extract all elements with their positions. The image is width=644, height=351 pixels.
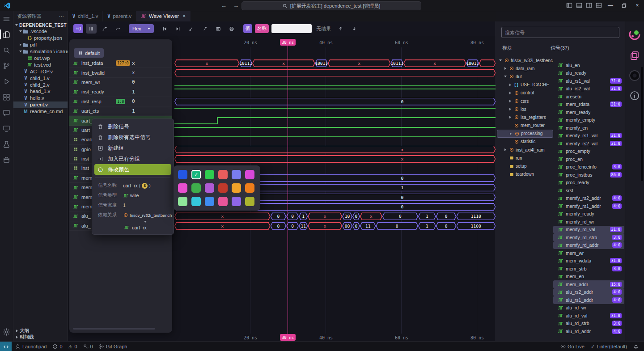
module-processing[interactable]: processing	[497, 130, 553, 138]
netlist-signal-memfy_rd_val[interactable]: memfy_rd_val31:0	[553, 226, 624, 234]
activity-run-debug-icon[interactable]	[0, 76, 13, 86]
menu-item-修改颜色[interactable]: 修改颜色	[94, 164, 171, 175]
module-statistic[interactable]: statistic	[497, 138, 553, 146]
activity-flask-icon[interactable]	[0, 139, 13, 149]
menu-item-加入已有分组[interactable]: 加入已有分组	[94, 153, 171, 164]
back-arrow-icon[interactable]: ←	[221, 2, 227, 9]
module-setup[interactable]: setup	[497, 162, 553, 170]
netlist-signal-alu_en[interactable]: alu_en	[553, 61, 624, 69]
next-match-button[interactable]	[349, 24, 360, 34]
chevron-right-icon[interactable]	[508, 100, 512, 102]
netlist-signal-proc_ready[interactable]: proc_ready	[553, 179, 624, 187]
tree-item-AC_TOP.v[interactable]: VAC_TOP.v	[13, 68, 68, 75]
tab-child-1[interactable]: V child_1.v	[68, 11, 103, 21]
netlist-signal-proc_en[interactable]: proc_en	[553, 155, 624, 163]
restore-button[interactable]	[617, 0, 631, 11]
module-ios[interactable]: ios	[497, 105, 553, 113]
activity-explorer-icon[interactable]	[0, 30, 13, 39]
signal-row-inst_ready[interactable]: inst_ready1	[69, 87, 172, 97]
netlist-signal-memfy_rd_wr[interactable]: memfy_rd_wr	[553, 218, 624, 226]
customize-layout-icon[interactable]	[594, 0, 604, 11]
netlist-signal-srst[interactable]: srst	[553, 186, 624, 195]
netlist-signal-proc_empty[interactable]: proc_empty	[553, 148, 624, 156]
netlist-signal-memfy_rd_addr[interactable]: memfy_rd_addr4:0	[553, 241, 624, 250]
activity-source-control-icon[interactable]	[0, 61, 13, 71]
prev-transition-button[interactable]	[186, 24, 197, 34]
vertical-scrollbar[interactable]	[641, 67, 643, 181]
color-swatch-#e85d5d[interactable]	[218, 170, 228, 179]
module-teardown[interactable]: teardown	[497, 170, 553, 178]
more-actions-icon[interactable]: ⋯	[59, 13, 64, 19]
tree-item-readme_cn.md[interactable]: Mreadme_cn.md	[13, 108, 68, 115]
netlist-signal-alu_rd_val[interactable]: alu_rd_val31:0	[553, 312, 624, 320]
tree-item-simulation \ icarus[interactable]: simulation \ icarus	[13, 48, 68, 55]
screenshot-button[interactable]	[213, 24, 224, 34]
module-USE_ICACHE[interactable]: []USE_ICACHE	[497, 81, 553, 89]
netlist-signal-mem_wr[interactable]: mem_wr	[553, 249, 624, 257]
chevron-right-icon[interactable]	[509, 132, 513, 135]
netlist-signal-proc_instbus[interactable]: proc_instbus86:0	[553, 171, 624, 179]
color-swatch-#aab32f[interactable]	[245, 197, 254, 206]
color-swatch-#7a7df0[interactable]	[232, 170, 241, 179]
netlist-signal-memfy_empty[interactable]: memfy_empty	[553, 116, 624, 124]
tree-item-out.vvp[interactable]: out.vvp	[13, 55, 68, 62]
chevron-down-icon[interactable]	[499, 59, 502, 61]
netlist-signal-aresetn[interactable]: aresetn	[553, 93, 624, 101]
next-transition-button[interactable]	[199, 24, 210, 34]
netlist-signal-alu_rs2_val[interactable]: alu_rs2_val31:0	[553, 85, 624, 93]
menu-item-删除所有选中信号[interactable]: 删除所有选中信号	[94, 132, 171, 143]
activity-extensions-icon[interactable]	[0, 92, 13, 102]
analog-wave-button[interactable]	[113, 24, 123, 34]
tree-item-child_2.v[interactable]: Vchild_2.v	[13, 81, 68, 88]
tree-item-child_1.v[interactable]: Vchild_1.v	[13, 75, 68, 81]
color-swatch-#3f8cf2[interactable]	[205, 197, 214, 206]
color-swatch-#d948d9[interactable]	[245, 170, 254, 179]
chevron-right-icon[interactable]	[504, 67, 507, 70]
status-Launchpad[interactable]: Launchpad	[15, 344, 47, 349]
timeline-section[interactable]: 时间线	[13, 334, 68, 340]
netlist-signal-memfy_en[interactable]: memfy_en	[553, 124, 624, 132]
netlist-signal-proc_fenceinfo[interactable]: proc_fenceinfo3:0	[553, 163, 624, 171]
chevron-right-icon[interactable]	[508, 84, 512, 86]
close-tab-icon[interactable]: ×	[182, 13, 186, 19]
color-swatch-#f0a229[interactable]	[232, 183, 241, 193]
netlist-signal-alu_rd_wr[interactable]: alu_rd_wr	[553, 304, 624, 312]
module-csrs[interactable]: csrs	[497, 97, 553, 105]
add-cursor-button[interactable]: +0	[73, 24, 83, 33]
wave-cursor[interactable]	[288, 39, 288, 341]
horizontal-scrollbar[interactable]	[73, 328, 155, 330]
netlist-signal-alu_rs2_addr[interactable]: alu_rs2_addr4:0	[553, 288, 624, 296]
module-run[interactable]: run	[497, 154, 553, 162]
module-control[interactable]: control	[497, 89, 553, 97]
project-section-header[interactable]: DEPENDENCE_TEST	[13, 21, 68, 28]
activity-remote-icon[interactable]	[0, 123, 13, 133]
activity-chat-icon[interactable]	[0, 108, 13, 118]
netlist-signal-mem_wdata[interactable]: mem_wdata31:0	[553, 257, 624, 265]
netlist-signal-alu_rs1_addr[interactable]: alu_rs1_addr4:0	[553, 296, 624, 304]
menu-item-删除信号[interactable]: 删除信号	[94, 121, 171, 132]
status-Git Graph[interactable]: Git Graph	[99, 344, 127, 349]
netlist-signal-alu_rd_addr[interactable]: alu_rd_addr4:0	[553, 327, 624, 335]
module-dut[interactable]: dut	[497, 72, 553, 80]
activity-menu-icon[interactable]	[0, 14, 13, 24]
netlist-signal-alu_rs1_val[interactable]: alu_rs1_val31:0	[553, 77, 624, 85]
info-icon[interactable]	[629, 90, 640, 101]
color-swatch-#18b77e[interactable]: ✓	[191, 170, 201, 179]
wave-search-input[interactable]	[271, 24, 312, 33]
record-icon[interactable]	[629, 70, 640, 81]
activity-settings-icon[interactable]	[0, 327, 13, 337]
color-swatch-#3fae4c[interactable]	[191, 183, 201, 193]
color-swatch-#b05ad6[interactable]	[205, 183, 214, 193]
signal-row-mem_wr[interactable]: mem_wr0	[69, 78, 172, 87]
netlist-signal-mem_ready[interactable]: mem_ready	[553, 108, 624, 116]
module-isa_registers[interactable]: isa_registers	[497, 113, 553, 121]
netlist-signal-mem_en[interactable]: mem_en	[553, 273, 624, 281]
activity-search-icon[interactable]	[0, 45, 13, 55]
module-friscv_rv32i_testbench[interactable]: friscv_rv32i_testbench	[497, 56, 553, 64]
signal-search-input[interactable]	[501, 27, 619, 38]
signal-row-uart_cts[interactable]: uart_cts1	[69, 106, 172, 116]
signal-row-inst_bvalid[interactable]: inst_bvalidx	[69, 68, 172, 77]
name-filter-button[interactable]: 名称	[255, 24, 269, 33]
netlist-signal-memfy_ready[interactable]: memfy_ready	[553, 210, 624, 218]
module-data_ram[interactable]: data_ram	[497, 64, 553, 72]
